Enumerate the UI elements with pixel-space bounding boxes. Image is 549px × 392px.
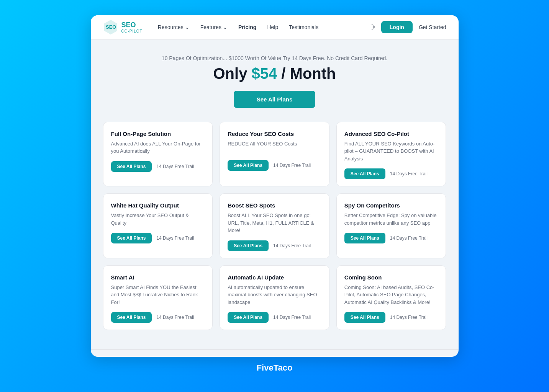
navbar: SEO SEO CO-PILOT Resources ⌄ Features ⌄ … (91, 15, 459, 40)
get-started-button[interactable]: Get Started (419, 24, 446, 30)
card-2-trail: 14 Days Free Trail (390, 171, 428, 176)
card-5-title: Spy On Competitors (344, 202, 438, 209)
hero-price: $54 (252, 65, 277, 82)
card-2-title: Advanced SEO Co-Pilot (344, 131, 438, 137)
card-1-trail: 14 Days Free Trail (273, 163, 311, 168)
footer-brand-name: FiveTaco (257, 363, 293, 372)
nav-actions: ☽ Login Get Started (369, 21, 446, 33)
card-6-desc: Super Smart AI Finds YOU the Easiest and… (111, 284, 205, 306)
card-7-actions: See All Plans 14 Days Free Trail (228, 312, 321, 323)
feature-card-4: Boost SEO Spots Boost ALL Your SEO Spots… (220, 193, 329, 258)
features-grid: Full On-Page Solution Advanced AI does A… (103, 122, 446, 330)
nav-help[interactable]: Help (267, 24, 278, 30)
nav-features[interactable]: Features ⌄ (200, 24, 228, 30)
login-button[interactable]: Login (381, 21, 413, 33)
card-8-cta-button[interactable]: See All Plans (344, 312, 385, 323)
theme-toggle-button[interactable]: ☽ (369, 23, 375, 31)
card-7-cta-button[interactable]: See All Plans (228, 312, 269, 323)
card-4-desc: Boost ALL Your SEO Spots in one go: URL,… (228, 212, 321, 234)
hero-subtitle: 10 Pages Of Optimization... $1000 Worth … (103, 55, 446, 61)
main-card: SEO SEO CO-PILOT Resources ⌄ Features ⌄ … (91, 15, 459, 357)
hero-section: 10 Pages Of Optimization... $1000 Worth … (103, 55, 446, 108)
page-content: 10 Pages Of Optimization... $1000 Worth … (91, 40, 459, 350)
card-6-trail: 14 Days Free Trail (156, 315, 194, 320)
card-5-trail: 14 Days Free Trail (390, 235, 428, 241)
feature-card-7: Automatic AI Update AI automatically upd… (220, 265, 329, 330)
card-8-actions: See All Plans 14 Days Free Trail (344, 312, 438, 323)
chevron-down-icon: ⌄ (223, 24, 228, 30)
hero-title-suffix: / Month (277, 65, 336, 82)
card-3-cta-button[interactable]: See All Plans (111, 233, 152, 243)
nav-testimonials[interactable]: Testimonials (289, 24, 318, 30)
card-4-cta-button[interactable]: See All Plans (228, 240, 269, 251)
card-8-desc: Coming Soon: AI based Audits, SEO Co-Pil… (344, 284, 438, 306)
chevron-down-icon: ⌄ (185, 24, 190, 30)
feature-card-5: Spy On Competitors Better Competitive Ed… (336, 193, 446, 258)
nav-links: Resources ⌄ Features ⌄ Pricing Help Test… (158, 24, 369, 30)
card-6-actions: See All Plans 14 Days Free Trail (111, 312, 205, 323)
footer-brand: FiveTaco (244, 357, 305, 377)
feature-card-2: Advanced SEO Co-Pilot Find ALL YOUR SEO … (336, 122, 446, 187)
card-0-cta-button[interactable]: See All Plans (111, 161, 152, 172)
hero-title-prefix: Only (213, 65, 251, 82)
see-all-plans-hero-button[interactable]: See All Plans (234, 91, 316, 108)
card-5-actions: See All Plans 14 Days Free Trail (344, 233, 438, 243)
card-4-title: Boost SEO Spots (228, 202, 321, 209)
feature-card-8: Coming Soon Coming Soon: AI based Audits… (336, 265, 446, 330)
card-3-actions: See All Plans 14 Days Free Trail (111, 233, 205, 243)
card-7-trail: 14 Days Free Trail (273, 315, 311, 320)
card-0-trail: 14 Days Free Trail (156, 164, 194, 169)
card-5-cta-button[interactable]: See All Plans (344, 233, 385, 243)
logo-seo-label: SEO (121, 21, 143, 29)
card-4-actions: See All Plans 14 Days Free Trail (228, 240, 321, 251)
logo-text: SEO CO-PILOT (121, 21, 143, 33)
svg-text:SEO: SEO (106, 24, 116, 30)
card-5-desc: Better Competitive Edge: Spy on valuable… (344, 212, 438, 227)
feature-card-6: Smart AI Super Smart AI Finds YOU the Ea… (103, 265, 213, 330)
card-1-desc: REDUCE All YOUR SEO Costs (228, 140, 321, 154)
card-2-actions: See All Plans 14 Days Free Trail (344, 168, 438, 179)
card-0-desc: Advanced AI does ALL Your On-Page for yo… (111, 140, 205, 155)
bottom-spacer (91, 350, 459, 357)
logo: SEO SEO CO-PILOT (103, 20, 143, 35)
feature-card-3: White Hat Quality Output Vastly Increase… (103, 193, 213, 258)
feature-card-1: Reduce Your SEO Costs REDUCE All YOUR SE… (220, 122, 329, 187)
logo-copilot-label: CO-PILOT (121, 29, 143, 33)
card-7-title: Automatic AI Update (228, 274, 321, 281)
feature-card-0: Full On-Page Solution Advanced AI does A… (103, 122, 213, 187)
card-3-title: White Hat Quality Output (111, 202, 205, 209)
card-6-title: Smart AI (111, 274, 205, 281)
card-8-title: Coming Soon (344, 274, 438, 281)
hero-title: Only $54 / Month (103, 65, 446, 82)
card-3-desc: Vastly Increase Your SEO Output & Qualit… (111, 212, 205, 227)
nav-pricing[interactable]: Pricing (238, 24, 256, 30)
card-8-trail: 14 Days Free Trail (390, 315, 428, 320)
card-0-title: Full On-Page Solution (111, 131, 205, 137)
card-0-actions: See All Plans 14 Days Free Trail (111, 161, 205, 172)
card-4-trail: 14 Days Free Trail (273, 243, 311, 248)
card-7-desc: AI automatically updated to ensure maxim… (228, 284, 321, 306)
card-1-cta-button[interactable]: See All Plans (228, 160, 269, 171)
card-6-cta-button[interactable]: See All Plans (111, 312, 152, 323)
card-1-actions: See All Plans 14 Days Free Trail (228, 160, 321, 171)
card-2-desc: Find ALL YOUR SEO Keywords on Auto-pilot… (344, 140, 438, 163)
logo-icon: SEO (103, 20, 118, 35)
card-2-cta-button[interactable]: See All Plans (344, 168, 385, 179)
card-1-title: Reduce Your SEO Costs (228, 131, 321, 137)
nav-resources[interactable]: Resources ⌄ (158, 24, 190, 30)
card-3-trail: 14 Days Free Trail (156, 235, 194, 241)
